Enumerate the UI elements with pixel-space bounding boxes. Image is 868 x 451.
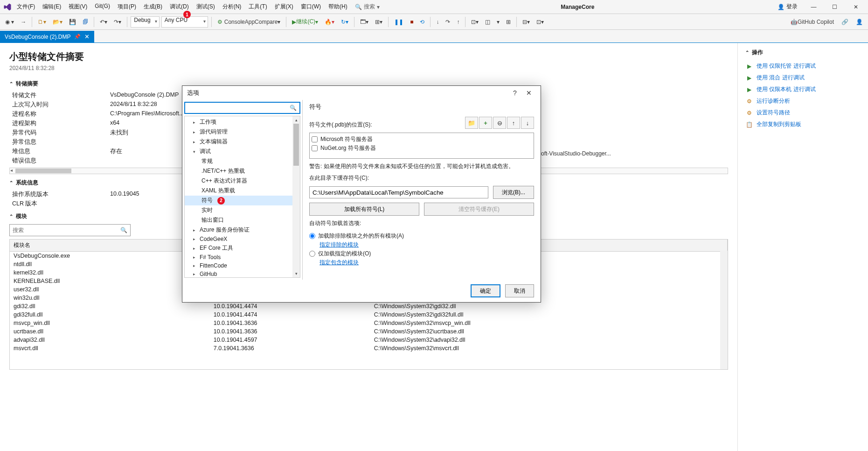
platform-combo[interactable]: Any CPU xyxy=(161,16,208,28)
copilot-button[interactable]: 🤖 GitHub Copilot xyxy=(788,17,836,27)
tree-node[interactable]: ▸Azure 服务身份验证 xyxy=(185,225,300,235)
browser-button[interactable]: 🗔▾ xyxy=(358,17,371,27)
tree-node[interactable]: C++ 表达式计算器 xyxy=(185,176,300,186)
ok-button[interactable]: 确定 xyxy=(471,284,500,297)
new-project-button[interactable]: 🗋▾ xyxy=(35,17,49,27)
step-out-button[interactable]: ↑ xyxy=(454,17,462,27)
table-row[interactable]: ucrtbase.dll10.0.19041.3636C:\Windows\Sy… xyxy=(10,327,728,336)
modules-search[interactable]: 🔍 xyxy=(9,224,131,236)
move-down-button[interactable]: ↓ xyxy=(521,117,534,129)
editor-tab[interactable]: VsDebugConsole (2).DMP 📌 ✕ xyxy=(0,31,94,42)
step-into-button[interactable]: ↓ xyxy=(434,17,441,27)
save-button[interactable]: 💾 xyxy=(67,17,78,27)
menu-view[interactable]: 视图(V) xyxy=(65,1,91,13)
help-button[interactable]: ? xyxy=(508,89,522,97)
misc-button-2[interactable]: ◫ xyxy=(483,17,493,27)
modules-search-input[interactable] xyxy=(10,227,118,233)
tree-node[interactable]: ▸F# Tools xyxy=(185,253,300,261)
account-button[interactable]: 👤 xyxy=(854,17,865,27)
redo-button[interactable]: ↷▾ xyxy=(111,17,124,27)
nav-back-button[interactable]: ◉ ▾ xyxy=(3,17,16,27)
nav-forward-button[interactable]: → xyxy=(18,17,28,27)
add-button[interactable]: + xyxy=(479,117,492,129)
continue-button[interactable]: ▶ 继续(C) ▾ xyxy=(290,16,320,27)
menu-window[interactable]: 窗口(W) xyxy=(297,1,325,13)
hot-reload-button[interactable]: 🔥▾ xyxy=(322,17,337,27)
close-button[interactable]: ✕ xyxy=(845,0,866,14)
tree-node[interactable]: 常规 xyxy=(185,156,300,166)
cache-path-input[interactable] xyxy=(309,186,488,198)
dialog-close-button[interactable]: ✕ xyxy=(522,89,536,97)
save-all-button[interactable]: 🗐 xyxy=(80,17,90,27)
menu-extensions[interactable]: 扩展(X) xyxy=(271,1,297,13)
menu-help[interactable]: 帮助(H) xyxy=(325,1,351,13)
server-nuget[interactable]: NuGet.org 符号服务器 xyxy=(312,144,532,153)
menu-tools[interactable]: 工具(T) xyxy=(245,1,271,13)
section-actions[interactable]: ⌃操作 xyxy=(745,49,861,56)
table-row[interactable]: gdi32full.dll10.0.19041.4474C:\Windows\S… xyxy=(10,310,728,319)
menu-test[interactable]: 测试(S) xyxy=(193,1,219,13)
options-tree[interactable]: ▸工作项▸源代码管理▸文本编辑器▾调试常规.NET/C++ 热重载C++ 表达式… xyxy=(184,116,300,278)
tree-node[interactable]: ▸FittenCode xyxy=(185,261,300,270)
radio-load-specified[interactable]: 仅加载指定的模块(O) xyxy=(309,249,534,259)
open-button[interactable]: 📂▾ xyxy=(50,17,65,27)
menu-build[interactable]: 生成(B) xyxy=(140,1,166,13)
pin-icon[interactable]: 📌 xyxy=(74,34,81,40)
table-row[interactable]: gdi32.dll10.0.19041.4474C:\Windows\Syste… xyxy=(10,302,728,310)
action-link[interactable]: ▶使用 仅限本机 进行调试 xyxy=(745,84,861,95)
load-all-button[interactable]: 加载所有符号(L) xyxy=(309,203,419,216)
browse-button[interactable]: 浏览(B)... xyxy=(493,186,534,199)
tree-node[interactable]: XAML 热重载 xyxy=(185,186,300,196)
action-link[interactable]: 📋全部复制到剪贴板 xyxy=(745,119,861,130)
startup-combo[interactable]: ⚙ ConsoleAppCompare ▾ xyxy=(215,17,283,27)
radio-load-all[interactable]: 加载除排除模块之外的所有模块(A) xyxy=(309,231,534,241)
undo-button[interactable]: ↶▾ xyxy=(97,17,110,27)
table-row[interactable]: advapi32.dll10.0.19041.4597C:\Windows\Sy… xyxy=(10,336,728,344)
tree-node[interactable]: 实时 xyxy=(185,205,300,215)
tree-node[interactable]: ▸GitHub xyxy=(185,270,300,278)
misc-button-6[interactable]: ⊡▾ xyxy=(534,17,546,27)
misc-button-4[interactable]: ⊞ xyxy=(504,17,513,27)
action-link[interactable]: ▶使用 仅限托管 进行调试 xyxy=(745,60,861,72)
step-over-button[interactable]: ↷ xyxy=(443,17,452,27)
misc-button-1[interactable]: ⊡▾ xyxy=(469,17,481,27)
pause-button[interactable]: ❚❚ xyxy=(392,17,406,27)
tree-node[interactable]: 符号2 xyxy=(185,196,300,205)
clear-cache-button[interactable]: 清空符号缓存(E) xyxy=(424,203,534,216)
table-row[interactable]: msvcp_win.dll10.0.19041.3636C:\Windows\S… xyxy=(10,319,728,327)
symbol-servers-list[interactable]: Microsoft 符号服务器 NuGet.org 符号服务器 xyxy=(309,133,534,159)
stop-button[interactable]: ■ xyxy=(408,17,416,27)
menu-git[interactable]: Git(G) xyxy=(91,1,114,13)
tree-node[interactable]: ▸CodeGeeX xyxy=(185,235,300,243)
move-up-button[interactable]: ↑ xyxy=(507,117,520,129)
login-button[interactable]: 👤 登录 xyxy=(772,3,803,11)
tool-button[interactable]: ⊞▾ xyxy=(373,17,385,27)
configuration-combo[interactable]: Debug xyxy=(131,16,159,28)
restart-button[interactable]: ↻▾ xyxy=(339,17,351,27)
link-exclude-modules[interactable]: 指定排除的模块 xyxy=(319,241,534,249)
menu-file[interactable]: 文件(F) xyxy=(13,1,39,13)
tree-scrollbar[interactable]: ▴▾ xyxy=(292,116,300,277)
tree-node[interactable]: ▸源代码管理 xyxy=(185,127,300,137)
maximize-button[interactable]: ☐ xyxy=(824,0,845,14)
tree-node[interactable]: 输出窗口 xyxy=(185,215,300,225)
action-link[interactable]: ⚙运行诊断分析 xyxy=(745,95,861,107)
link-include-modules[interactable]: 指定包含的模块 xyxy=(319,259,534,267)
restart-debug-button[interactable]: ⟲ xyxy=(417,17,427,27)
column-header[interactable]: 模块名 xyxy=(10,240,210,252)
tree-node[interactable]: .NET/C++ 热重载 xyxy=(185,166,300,176)
tree-node[interactable]: ▸文本编辑器 xyxy=(185,137,300,147)
menu-project[interactable]: 项目(P) xyxy=(114,1,140,13)
titlebar-search[interactable]: 🔍 搜索 ▾ xyxy=(351,3,383,11)
menu-analyze[interactable]: 分析(N) xyxy=(219,1,245,13)
options-search-input[interactable] xyxy=(185,103,287,113)
cancel-button[interactable]: 取消 xyxy=(505,284,534,297)
tree-node[interactable]: ▸工作项 xyxy=(185,117,300,127)
tree-node[interactable]: ▸EF Core 工具 xyxy=(185,243,300,253)
action-link[interactable]: ▶使用 混合 进行调试 xyxy=(745,72,861,84)
misc-button-3[interactable]: ▾ xyxy=(494,17,502,27)
menu-edit[interactable]: 编辑(E) xyxy=(39,1,65,13)
table-row[interactable]: msvcrt.dll7.0.19041.3636C:\Windows\Syste… xyxy=(10,344,728,352)
new-folder-button[interactable]: 📁 xyxy=(465,117,478,129)
modules-scrollbar[interactable] xyxy=(720,251,728,369)
